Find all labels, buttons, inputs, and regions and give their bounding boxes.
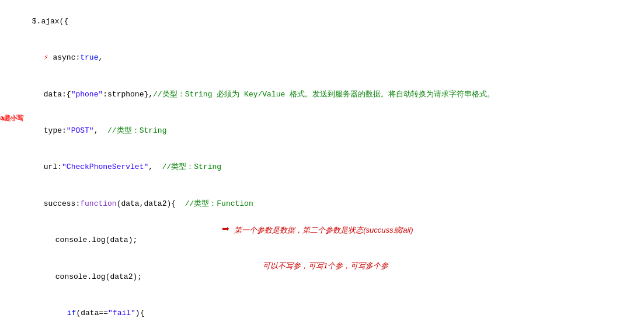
code-line-9: if(data=="fail"){ <box>0 295 644 325</box>
type-annotation: a是小写 <box>1 113 24 124</box>
code-line-5: url:"CheckPhoneServlet", //类型：String <box>0 150 644 186</box>
code-line-1: $.ajax({ <box>0 4 644 40</box>
code-editor: $.ajax({ ⚡ async:true, data:{"phone":str… <box>0 0 644 325</box>
code-line-7: console.log(data); ➡ 第一个参数是数据，第二个参数是状态(s… <box>0 222 644 258</box>
code-line-8: console.log(data2); 可以不写参，可写1个参，可写多个参 <box>0 259 644 295</box>
code-line-2: ⚡ async:true, <box>0 40 644 76</box>
arrow-annotation-1: ➡ 第一个参数是数据，第二个参数是状态(succuss或fail) <box>222 220 413 240</box>
arrow-annotation-2: 可以不写参，可写1个参，可写多个参 <box>263 260 388 272</box>
code-line-3: data:{"phone":strphone},//类型：String 必须为 … <box>0 77 644 113</box>
code-line-6: success:function(data,data2){ //类型：Funct… <box>0 186 644 222</box>
code-line-4: a是小写 type:"POST", //类型：String a是小写 <box>0 113 644 149</box>
